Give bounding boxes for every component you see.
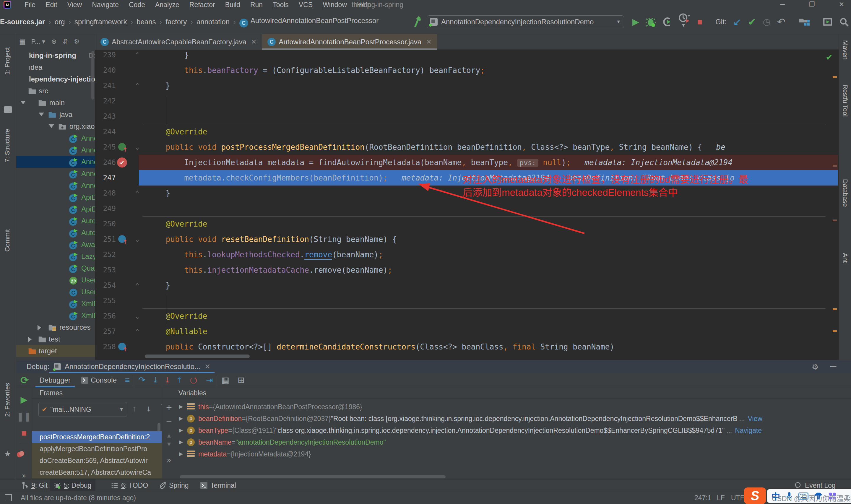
- code-line-251[interactable]: 251⌄ public void resetBeanDefinition(Str…: [95, 232, 838, 247]
- tab-console[interactable]: Console: [77, 373, 121, 387]
- override-marker-icon[interactable]: [118, 143, 126, 151]
- code-line-242[interactable]: 242: [95, 93, 838, 109]
- fold-marker-icon[interactable]: ⌃: [135, 278, 139, 293]
- tree-item-annotati[interactable]: CAnnotati: [16, 132, 95, 144]
- project-tree-scrollbar[interactable]: [91, 51, 94, 100]
- variable-row-beanDefinition[interactable]: ▶pbeanDefinition = {RootBeanDefinition@2…: [176, 413, 851, 425]
- menu-window[interactable]: Window: [318, 0, 352, 10]
- menu-run[interactable]: Run: [245, 0, 268, 10]
- fold-marker-icon[interactable]: ⌃: [135, 50, 139, 62]
- stop-button[interactable]: ■: [16, 428, 32, 438]
- drop-frame-icon[interactable]: ⭯: [189, 376, 198, 385]
- tree-item-lazyann[interactable]: CLazyAnn: [16, 251, 95, 262]
- fold-marker-icon[interactable]: ⌄: [135, 140, 139, 155]
- breadcrumb-item[interactable]: E-sources.jar: [0, 18, 45, 26]
- variable-row-beanName[interactable]: ▶pbeanName = "annotationDependencyInject…: [176, 436, 851, 448]
- run-configuration-select[interactable]: AnnotationDependencyInjectionResolutionD…: [427, 15, 624, 29]
- menu-analyze[interactable]: Analyze: [150, 0, 184, 10]
- stop-button[interactable]: ■: [697, 15, 702, 29]
- menu-vcs[interactable]: VCS: [294, 0, 318, 10]
- toolbar-git[interactable]: 9: Git: [18, 480, 52, 491]
- grid-icon[interactable]: [5, 494, 12, 501]
- toolbar-spring[interactable]: Spring: [156, 480, 193, 491]
- variable-row-this[interactable]: ▶this = {AutowiredAnnotationBeanPostProc…: [176, 401, 851, 413]
- breadcrumb-item[interactable]: annotation: [197, 18, 230, 26]
- code-line-250[interactable]: 250 @Override: [95, 216, 838, 232]
- gear-icon[interactable]: ⚙: [812, 362, 818, 372]
- code-editor[interactable]: 239⌃ }240 this.beanFactory = (Configurab…: [95, 50, 838, 360]
- sidebar-item-1-project[interactable]: 1: Project: [3, 47, 11, 75]
- code-line-252[interactable]: 252 this.lookupMethodsChecked.remove(bea…: [95, 247, 838, 262]
- tree-item-target[interactable]: target: [16, 345, 95, 357]
- sidebar-item-2-favorites[interactable]: 2: Favorites: [3, 383, 11, 417]
- tree-expanded-icon[interactable]: [49, 124, 54, 128]
- tree-collapsed-icon[interactable]: [28, 337, 32, 342]
- tree-collapsed-icon[interactable]: ▶: [179, 401, 183, 413]
- collapse-all-icon[interactable]: ⇵: [62, 38, 68, 46]
- fold-marker-icon[interactable]: ⌃: [135, 185, 139, 201]
- editor-tab[interactable]: CAbstractAutowireCapableBeanFactory.java…: [95, 34, 262, 50]
- pause-button[interactable]: ❚❚: [16, 411, 32, 421]
- debug-button[interactable]: [646, 17, 656, 27]
- breadcrumb-item[interactable]: beans: [137, 18, 156, 26]
- sidebar-item-commit[interactable]: Commit: [3, 229, 11, 252]
- project-selector[interactable]: P... ▾: [31, 38, 45, 46]
- frame-row[interactable]: createBean:517, AbstractAutowireCa: [32, 467, 162, 478]
- sidebar-item-maven[interactable]: Maven: [841, 40, 849, 60]
- layout-icon[interactable]: ≡: [125, 376, 130, 385]
- menu-view[interactable]: View: [62, 0, 87, 10]
- sidebar-item-7-structure[interactable]: 7: Structure: [3, 129, 11, 162]
- project-view-icon[interactable]: ▦: [19, 38, 25, 46]
- close-icon[interactable]: ✕: [204, 362, 211, 371]
- step-into-icon[interactable]: ⤓: [153, 375, 157, 385]
- tree-item-xmldepe[interactable]: CXmlDepe: [16, 310, 95, 321]
- fold-marker-icon[interactable]: ⌄: [135, 308, 139, 324]
- tree-expanded-icon[interactable]: [20, 101, 26, 104]
- code-line-256[interactable]: 256⌄ @Override: [95, 308, 838, 324]
- code-line-245[interactable]: 245⌄ public void postProcessMergedBeanDe…: [95, 140, 838, 155]
- code-line-241[interactable]: 241⌃ }: [95, 78, 838, 93]
- recent-navigation-icon[interactable]: [413, 16, 424, 28]
- ide-logo-icon[interactable]: [3, 1, 11, 8]
- tree-item-annotati[interactable]: CAnnotati: [16, 168, 95, 180]
- tree-item-idea[interactable]: idea: [16, 61, 95, 73]
- breadcrumb-item[interactable]: factory: [165, 18, 187, 26]
- menu-navigate[interactable]: Navigate: [87, 0, 124, 10]
- toolbar-todo[interactable]: 6: TODO: [107, 480, 152, 491]
- close-icon[interactable]: ✕: [251, 38, 256, 46]
- fold-marker-icon[interactable]: ⌄: [135, 232, 139, 247]
- breadcrumb-item[interactable]: org: [55, 18, 65, 26]
- tree-item-usergrou[interactable]: @UserGrou: [16, 274, 95, 286]
- locate-icon[interactable]: ⊕: [51, 38, 56, 46]
- tree-item-autowiri[interactable]: CAutowiri: [16, 215, 95, 227]
- more-icon[interactable]: »: [16, 471, 32, 480]
- tree-collapsed-icon[interactable]: ▶: [179, 425, 183, 436]
- code-line-257[interactable]: 257⌃ @Nullable: [95, 324, 838, 339]
- tree-item-apidepe[interactable]: CApiDepe: [16, 192, 95, 203]
- history-button[interactable]: ◷: [763, 15, 771, 29]
- frame-row[interactable]: postProcessMergedBeanDefinition:2: [32, 431, 162, 443]
- tree-item-resources[interactable]: resources: [16, 321, 95, 333]
- code-line-239[interactable]: 239⌃ }: [95, 50, 838, 62]
- file-encoding[interactable]: UTF: [731, 491, 744, 504]
- gear-icon[interactable]: ⚙: [74, 38, 80, 46]
- profiler-button[interactable]: ▼: [679, 13, 691, 31]
- close-icon[interactable]: ✕: [426, 38, 431, 46]
- tab-debugger[interactable]: Debugger: [35, 373, 75, 387]
- breakpoint-icon[interactable]: ✔: [117, 158, 127, 167]
- code-line-243[interactable]: 243: [95, 109, 838, 124]
- code-line-253[interactable]: 253 this.injectionMetadataCache.remove(b…: [95, 262, 838, 278]
- code-line-258[interactable]: 258 public Constructor<?>[] determineCan…: [95, 339, 838, 355]
- fold-marker-icon[interactable]: ⌃: [135, 324, 139, 339]
- coverage-button[interactable]: [662, 17, 672, 27]
- git-commit-button[interactable]: ✔: [748, 15, 757, 29]
- tree-collapsed-icon[interactable]: ▶: [179, 436, 183, 448]
- force-step-into-icon[interactable]: ⤓: [165, 375, 169, 385]
- tree-item-qualifiera[interactable]: CQualifierA: [16, 262, 95, 274]
- breadcrumb-item[interactable]: springframework: [74, 18, 127, 26]
- tree-item-annotati[interactable]: CAnnotati: [16, 180, 95, 192]
- override-marker-icon[interactable]: [118, 235, 126, 243]
- menu-code[interactable]: Code: [124, 0, 150, 10]
- evaluate-expression-icon[interactable]: ▦: [221, 375, 229, 385]
- tree-expanded-icon[interactable]: [39, 112, 44, 116]
